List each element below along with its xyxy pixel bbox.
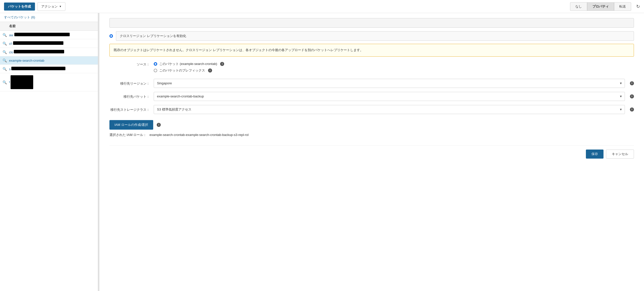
destination-storage-select-wrapper: S3 標準低頻度アクセス S3 標準 Amazon Glacier ▼ — [154, 105, 625, 114]
destination-region-label: 移行先リージョン： — [109, 81, 150, 86]
list-item[interactable]: 🔍 cf- — [0, 39, 98, 48]
action-button[interactable]: アクション ▼ — [37, 2, 65, 11]
iam-role-display: 選択された IAM ロール： example-search-crontab-ex… — [109, 133, 634, 137]
destination-region-select-wrapper: Singapore Tokyo US East (N. Virginia) ▼ — [154, 79, 625, 88]
info-icon-storage[interactable]: i — [630, 107, 634, 112]
destination-bucket-select[interactable]: example-search-crontab-backup — [154, 92, 625, 101]
top-placeholder-bar — [109, 18, 634, 28]
refresh-icon[interactable]: ↻ — [636, 4, 640, 9]
cross-region-label: クロスリージョン レプリケーションを有効化 — [116, 31, 634, 41]
info-icon-prefix[interactable]: i — [208, 68, 212, 72]
search-icon: 🔍 — [3, 33, 7, 37]
destination-storage-select[interactable]: S3 標準低頻度アクセス S3 標準 Amazon Glacier — [154, 105, 625, 114]
info-icon-bucket[interactable]: i — [630, 94, 634, 98]
destination-storage-row: 移行先ストレージクラス： S3 標準低頻度アクセス S3 標準 Amazon G… — [109, 105, 634, 114]
tab-none[interactable]: なし — [570, 2, 587, 11]
destination-storage-label: 移行先ストレージクラス： — [109, 107, 150, 112]
column-name-header: 名前 — [0, 22, 98, 31]
source-form-row: ソース： このバケット (example-search-crontab) i こ… — [109, 62, 634, 75]
search-icon: 🔍 — [3, 80, 7, 84]
source-prefix-option[interactable]: このバケットのプレフィックス i — [154, 68, 634, 73]
iam-role-value: example-search-crontab-example-search-cr… — [149, 133, 249, 137]
source-options: このバケット (example-search-crontab) i このバケット… — [154, 62, 634, 75]
right-panel: クロスリージョン レプリケーションを有効化 既存のオブジェクトはレプリケートされ… — [99, 13, 644, 291]
bucket-name: s — [9, 67, 65, 71]
search-icon: 🔍 — [3, 67, 7, 71]
source-prefix-radio[interactable] — [154, 69, 157, 72]
bucket-count: すべてのバケット (6) — [0, 13, 98, 22]
bucket-name: t — [9, 75, 33, 89]
list-item-selected[interactable]: 🔍 example-search-crontab — [0, 56, 98, 65]
info-icon[interactable]: i — [220, 62, 224, 66]
tab-transfer[interactable]: 転送 — [614, 2, 631, 11]
list-item[interactable]: 🔍 clo — [0, 48, 98, 56]
search-icon: 🔍 — [3, 50, 7, 54]
list-item[interactable]: 🔍 s — [0, 65, 98, 73]
iam-role-label: 選択された IAM ロール： — [109, 133, 146, 137]
bucket-list: 🔍 aw 🔍 cf- 🔍 clo — [0, 31, 98, 291]
cancel-button[interactable]: キャンセル — [606, 150, 634, 159]
action-label: アクション — [41, 4, 58, 9]
destination-region-row: 移行先リージョン： Singapore Tokyo US East (N. Vi… — [109, 79, 634, 88]
source-this-bucket-option[interactable]: このバケット (example-search-crontab) i — [154, 62, 634, 66]
chevron-down-icon: ▼ — [59, 5, 62, 8]
source-prefix-label: このバケットのプレフィックス — [159, 68, 205, 73]
info-icon-region[interactable]: i — [630, 81, 634, 85]
source-this-bucket-radio[interactable] — [154, 62, 157, 66]
list-item[interactable]: 🔍 aw — [0, 31, 98, 39]
bucket-name: example-search-crontab — [9, 59, 44, 62]
save-button[interactable]: 保存 — [586, 150, 603, 159]
search-icon: 🔍 — [3, 42, 7, 46]
destination-region-select[interactable]: Singapore Tokyo US East (N. Virginia) — [154, 79, 625, 88]
tab-group: なし プロパティ 転送 — [570, 2, 631, 11]
search-icon: 🔍 — [3, 58, 7, 62]
destination-bucket-label: 移行先バケット： — [109, 94, 150, 99]
destination-bucket-select-wrapper: example-search-crontab-backup ▼ — [154, 92, 625, 101]
create-bucket-button[interactable]: バケットを作成 — [4, 3, 35, 11]
source-label: ソース： — [109, 62, 150, 67]
source-this-bucket-label: このバケット (example-search-crontab) — [159, 62, 217, 66]
iam-section: IAM ロールの作成/選択 i 選択された IAM ロール： example-s… — [109, 120, 634, 137]
bottom-actions: 保存 キャンセル — [109, 145, 634, 159]
cross-region-row: クロスリージョン レプリケーションを有効化 — [109, 31, 634, 41]
warning-box: 既存のオブジェクトはレプリケートされません。クロスリージョン レプリケーションは… — [109, 44, 634, 57]
bucket-name: aw — [9, 33, 70, 37]
info-icon-iam[interactable]: i — [157, 123, 161, 127]
toolbar: バケットを作成 アクション ▼ なし プロパティ 転送 ↻ — [0, 0, 644, 13]
cross-region-radio[interactable] — [109, 34, 113, 38]
iam-role-button[interactable]: IAM ロールの作成/選択 — [109, 120, 153, 130]
bucket-name: clo — [9, 50, 64, 54]
tab-properties[interactable]: プロパティ — [587, 2, 614, 11]
list-item[interactable]: 🔍 t — [0, 73, 98, 91]
destination-bucket-row: 移行先バケット： example-search-crontab-backup ▼… — [109, 92, 634, 101]
left-panel: すべてのバケット (6) 名前 🔍 aw 🔍 cf- — [0, 13, 98, 291]
bucket-name: cf- — [9, 41, 63, 46]
